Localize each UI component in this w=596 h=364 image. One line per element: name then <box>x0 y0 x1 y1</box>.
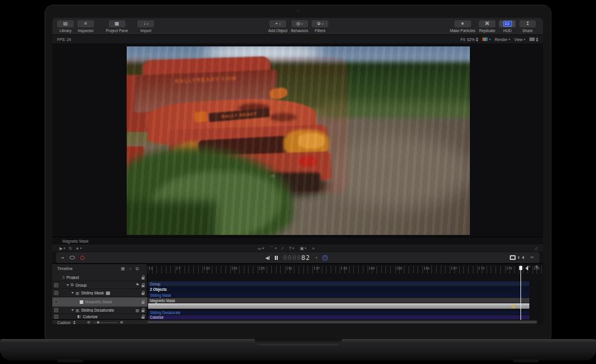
disclosure-triangle-icon[interactable] <box>71 309 74 311</box>
opacity-icon[interactable]: ○ <box>129 266 131 271</box>
bezier-tool-button[interactable]: ⌒▾ <box>270 246 277 250</box>
timecode-display[interactable]: 000082 <box>283 254 310 262</box>
activation-checkbox[interactable] <box>54 283 58 287</box>
inspector-icon: ≡ <box>84 21 87 26</box>
selected-object-row: Magnetic Mask <box>52 237 543 244</box>
timeline-header: Timeline ▦ ○ ⧉ <box>52 264 147 272</box>
playback-tools: ▶▾ ↻ ∗▾ <box>59 246 81 250</box>
view-dropdown[interactable]: View ▾ <box>515 37 526 42</box>
film-icon: ▥ <box>76 308 79 313</box>
layer-row-sliding-mask[interactable]: ▥Sliding Mask <box>52 289 148 297</box>
ruler-label: 73 <box>479 266 484 270</box>
track-area-controls: + ▭ ⊕ <box>520 265 538 269</box>
go-to-start-button[interactable]: ◀ <box>265 256 269 260</box>
keyframe-editor-toggle[interactable]: ∞ <box>530 255 534 260</box>
colorize-bar[interactable]: Colorize <box>148 315 529 319</box>
record-button[interactable] <box>80 256 84 260</box>
text-tool-button[interactable]: T▾ <box>289 246 294 250</box>
share-icon: ↥ <box>526 21 530 26</box>
timeline-ruler[interactable]: 1713192531374349556167737985 <box>148 266 543 274</box>
lock-icon[interactable] <box>142 316 145 319</box>
zoom-in-icon[interactable]: ⊕ <box>120 321 123 324</box>
timeline-toggle-button[interactable] <box>510 255 516 260</box>
lock-icon[interactable] <box>142 277 145 280</box>
share-button[interactable]: ↥Share <box>519 20 536 33</box>
magnetic-mask-selected-bar[interactable] <box>148 303 529 309</box>
activation-checkbox[interactable] <box>54 315 58 319</box>
loop-button[interactable]: ↻ <box>68 246 72 250</box>
stepper-icon[interactable] <box>73 321 76 325</box>
fit-zoom-control[interactable]: Fit: 62% <box>460 37 478 42</box>
behaviors-button[interactable]: ◎▾Behaviors <box>291 20 308 33</box>
resize-handle-icon: ◿ <box>534 246 537 250</box>
track-bar-label: Sliding Desaturate <box>150 310 180 315</box>
play-pause-button[interactable] <box>275 256 278 260</box>
zoom-out-icon[interactable]: ⊖ <box>87 321 90 324</box>
playback-options-button[interactable]: ∗▾ <box>76 246 81 250</box>
checkerboard-icon[interactable]: ▦ <box>121 266 125 271</box>
disclosure-triangle-icon[interactable] <box>71 292 74 294</box>
mask-tool-button[interactable]: ▣▾ <box>300 246 306 250</box>
inspector-button[interactable]: ≡Inspector <box>77 20 94 33</box>
toolbar-center-group: +▾Add Object◎▾Behaviors⊜▾Filters <box>268 18 332 33</box>
import-button[interactable]: ↓▾Import <box>137 20 154 33</box>
playhead-handle[interactable] <box>519 266 522 270</box>
timecode-dropdown-icon[interactable]: ▾ <box>316 256 318 259</box>
sliding-mask-bar[interactable]: Sliding Mask <box>148 293 529 297</box>
layer-row-project[interactable]: ▯Project <box>52 274 148 281</box>
lock-icon[interactable] <box>142 302 145 304</box>
timeline-track-area[interactable]: + ▭ ⊕ 1713192531374349556167737985 Group… <box>148 264 543 324</box>
viewer-canvas[interactable]: RALLYREADY.COM RALLY READY <box>52 43 543 237</box>
transform-tool-button[interactable]: ▭▾ <box>258 246 264 250</box>
duration-clock-icon[interactable] <box>322 255 328 261</box>
activation-checkbox[interactable] <box>54 300 58 304</box>
tools-row: ▶▾ ↻ ∗▾ ▭▾ ⌒▾ ∕ T▾ ▣▾ × ◿ <box>52 244 543 252</box>
keyframe-marker[interactable] <box>512 305 515 308</box>
background-control[interactable] <box>529 37 538 42</box>
audio-toggle-button[interactable] <box>522 256 524 259</box>
lock-icon[interactable] <box>142 293 145 295</box>
square-icon <box>80 300 83 304</box>
playhead[interactable] <box>520 266 521 320</box>
sliding-desaturate-bar[interactable]: Sliding Desaturate <box>148 310 529 315</box>
layer-row-colorize[interactable]: ◧Colorize <box>52 314 148 319</box>
timeline-scrollbar[interactable] <box>148 321 537 324</box>
library-button[interactable]: ▤Library <box>57 20 74 33</box>
loop-range-icon[interactable] <box>70 256 75 259</box>
magnifier-icon[interactable]: ⊕ <box>535 265 538 269</box>
group-bar[interactable]: Group <box>148 281 529 286</box>
chevron-down-icon: ▾ <box>509 37 510 41</box>
lock-icon[interactable] <box>142 310 145 312</box>
flag-icon: ⚑ <box>136 283 139 287</box>
play-button[interactable]: ▶▾ <box>59 246 65 250</box>
loop-icon: ↻ <box>68 246 72 250</box>
project-pane-button[interactable]: ▦Project Pane <box>106 20 128 33</box>
lock-icon[interactable] <box>142 285 145 287</box>
resize-handle[interactable]: ◿ <box>534 246 537 250</box>
activation-checkbox[interactable] <box>54 308 58 312</box>
replicate-button[interactable]: ⌘Replicate <box>479 20 495 33</box>
layer-row-sliding-desaturate[interactable]: ▥Sliding Desaturate▥ <box>52 307 148 314</box>
line-tool-button[interactable]: ∕ <box>283 246 283 250</box>
add-object-button[interactable]: +▾Add Object <box>268 20 287 33</box>
clip-appearance-icon[interactable]: ▭ <box>526 265 530 269</box>
filters-button[interactable]: ⊜▾Filters <box>312 20 328 33</box>
cut-tool-button[interactable]: × <box>312 246 315 250</box>
behavior-pointer-icon[interactable]: ➔ <box>61 256 64 260</box>
layer-row-group[interactable]: ⧉Group⚑ <box>52 281 148 289</box>
video-frame[interactable]: RALLYREADY.COM RALLY READY <box>127 46 470 235</box>
magnetic-mask-bar[interactable]: Magnetic Mask <box>148 298 529 303</box>
render-dropdown[interactable]: Render ▾ <box>495 37 510 42</box>
channels-dropdown[interactable]: ▾ <box>482 37 491 41</box>
make-particles-button[interactable]: ∗Make Particles <box>450 20 475 33</box>
layer-row-magnetic-mask[interactable]: Magnetic Mask <box>52 297 148 307</box>
zoom-preset-label[interactable]: Custom <box>57 321 70 325</box>
objects-bar[interactable]: 2 Objects <box>148 287 529 292</box>
layers-icon[interactable]: ⧉ <box>136 266 139 271</box>
disclosure-triangle-icon[interactable] <box>67 284 69 286</box>
activation-checkbox[interactable] <box>54 291 58 295</box>
filters-icon: ⊜ <box>316 21 321 26</box>
zoom-slider[interactable] <box>93 322 117 323</box>
ruler-label: 37 <box>314 266 319 270</box>
hud-button[interactable]: HUD <box>499 20 516 33</box>
